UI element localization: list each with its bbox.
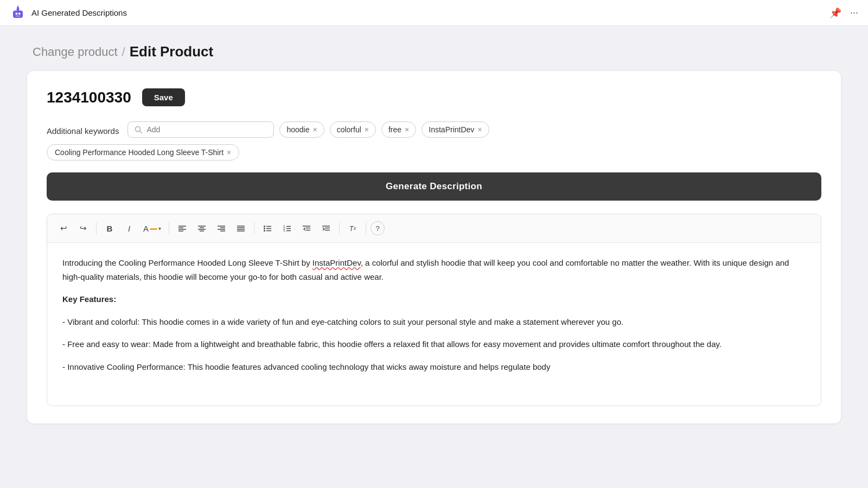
product-header: 1234100330 Save (47, 88, 821, 106)
more-options-icon[interactable]: ··· (850, 7, 858, 18)
breadcrumb-current: Edit Product (130, 43, 214, 60)
save-button[interactable]: Save (142, 88, 185, 106)
main-card: 1234100330 Save Additional keywords hood… (27, 71, 841, 423)
svg-rect-0 (13, 10, 23, 18)
editor-paragraph-1: Introducing the Cooling Performance Hood… (62, 256, 806, 284)
align-center-button[interactable] (193, 220, 210, 237)
brand-name-text: InstaPrintDev (312, 258, 361, 267)
generate-description-button[interactable]: Generate Description (47, 172, 821, 201)
app-logo-icon (10, 5, 26, 21)
toolbar-separator-1 (96, 222, 97, 234)
tag-hoodie-remove[interactable]: × (312, 126, 317, 133)
indent-button[interactable] (317, 220, 335, 237)
tag-hoodie-label: hoodie (286, 125, 309, 134)
text-color-button[interactable]: A ▾ (140, 220, 164, 237)
editor-feature-1: - Vibrant and colorful: This hoodie come… (62, 315, 806, 329)
svg-point-26 (264, 226, 265, 227)
tag-colorful: colorful × (330, 121, 376, 138)
tag-free-remove[interactable]: × (405, 126, 409, 133)
tag-instaprintdev-label: InstaPrintDev (429, 125, 474, 134)
editor-container: ↩ ↪ B I A ▾ (47, 214, 821, 406)
editor-feature-3: - Innovative Cooling Performance: This h… (62, 360, 806, 374)
toolbar-separator-4 (339, 222, 340, 234)
svg-text:3.: 3. (283, 229, 286, 232)
toolbar-separator-3 (254, 222, 254, 234)
toolbar-separator-2 (169, 222, 169, 234)
titlebar-left: AI Generated Descriptions (10, 5, 127, 21)
product-id: 1234100330 (47, 89, 131, 106)
svg-point-30 (264, 230, 265, 232)
keywords-search-wrap (127, 121, 274, 138)
tag-free: free × (381, 121, 416, 138)
align-justify-button[interactable] (232, 220, 250, 237)
align-left-button[interactable] (174, 220, 191, 237)
svg-rect-2 (18, 12, 21, 15)
svg-rect-7 (16, 15, 21, 16)
titlebar: AI Generated Descriptions 📌 ··· (0, 0, 868, 26)
titlebar-right: 📌 ··· (829, 7, 858, 19)
svg-line-9 (140, 131, 142, 133)
editor-feature-2: - Free and easy to wear: Made from a lig… (62, 337, 806, 351)
tag-long-remove[interactable]: × (227, 149, 231, 156)
search-icon (135, 126, 142, 133)
long-tag-row: Cooling Performance Hooded Long Sleeve T… (47, 144, 821, 160)
text-color-label: A (143, 224, 149, 233)
editor-toolbar: ↩ ↪ B I A ▾ (47, 214, 821, 243)
breadcrumb-separator: / (122, 45, 125, 59)
keywords-label: Additional keywords (47, 121, 119, 136)
align-right-button[interactable] (213, 220, 230, 237)
undo-button[interactable]: ↩ (55, 220, 72, 237)
breadcrumb: Change product / Edit Product (0, 26, 868, 71)
svg-point-28 (264, 228, 265, 229)
tag-hoodie: hoodie × (279, 121, 324, 138)
tag-instaprintdev: InstaPrintDev × (422, 121, 489, 138)
svg-point-6 (17, 5, 18, 6)
outdent-button[interactable] (298, 220, 315, 237)
bullet-list-button[interactable] (259, 220, 276, 237)
app-title: AI Generated Descriptions (31, 8, 127, 17)
color-dropdown-icon: ▾ (158, 226, 161, 232)
bold-button[interactable]: B (101, 220, 118, 237)
keywords-input[interactable] (146, 125, 267, 134)
toolbar-separator-5 (366, 222, 366, 234)
help-button[interactable]: ? (371, 221, 385, 235)
svg-rect-1 (16, 12, 18, 15)
breadcrumb-link[interactable]: Change product (33, 45, 118, 59)
tag-long-product: Cooling Performance Hooded Long Sleeve T… (47, 144, 239, 160)
tag-free-label: free (388, 125, 401, 134)
tag-long-label: Cooling Performance Hooded Long Sleeve T… (55, 148, 224, 157)
italic-button[interactable]: I (120, 220, 138, 237)
editor-content[interactable]: Introducing the Cooling Performance Hood… (47, 243, 821, 406)
keywords-row: Additional keywords hoodie × colorful × … (47, 121, 821, 138)
tag-colorful-label: colorful (337, 125, 361, 134)
redo-button[interactable]: ↪ (74, 220, 92, 237)
editor-features-title: Key Features: (62, 292, 806, 306)
clear-format-button[interactable]: Tx (344, 220, 361, 237)
tag-colorful-remove[interactable]: × (365, 126, 369, 133)
pin-icon[interactable]: 📌 (829, 7, 841, 19)
tag-instaprintdev-remove[interactable]: × (477, 126, 482, 133)
ordered-list-button[interactable]: 1.2.3. (278, 220, 296, 237)
color-indicator (150, 228, 157, 230)
